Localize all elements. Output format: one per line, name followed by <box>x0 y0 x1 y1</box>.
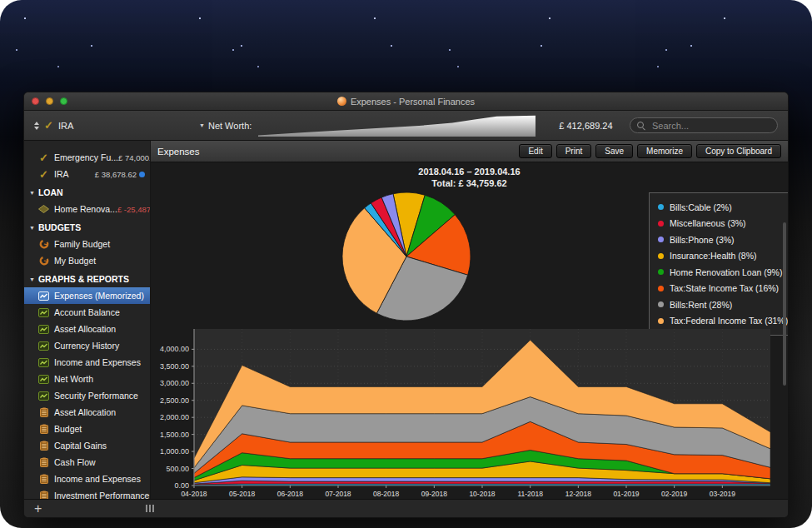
svg-text:2,500.00: 2,500.00 <box>160 396 189 405</box>
svg-text:07-2018: 07-2018 <box>325 490 351 498</box>
sidebar-item-security-performance-graph[interactable]: Security Performance <box>24 387 150 404</box>
sidebar-item-budget-report[interactable]: Budget <box>24 421 150 437</box>
expenses-stacked-area-chart: 0.00500.001,000.001,500.002,000.002,500.… <box>151 327 788 499</box>
sidebar-item-my-budget[interactable]: My Budget <box>24 252 150 269</box>
copy-to-clipboard-button[interactable]: Copy to Clipboard <box>696 144 781 158</box>
sort-icon <box>34 122 39 130</box>
svg-text:12-2018: 12-2018 <box>565 490 591 498</box>
titlebar[interactable]: Expenses - Personal Finances <box>24 92 788 111</box>
svg-text:03-2019: 03-2019 <box>710 490 735 498</box>
sidebar-item-income-and-expenses-graph[interactable]: Income and Expenses <box>24 354 150 371</box>
sidebar-item-currency-history-graph[interactable]: Currency History <box>24 337 150 354</box>
svg-text:3,500.00: 3,500.00 <box>160 362 189 371</box>
report-body: 2018.04.16 – 2019.04.16 Total: £ 34,759.… <box>151 162 788 499</box>
expenses-pie-chart <box>336 186 477 327</box>
graph-icon <box>37 325 50 334</box>
legend-item: Miscellaneous (3%) <box>658 216 783 232</box>
report-icon <box>37 424 50 434</box>
networth-value: £ 412,689.24 <box>559 121 612 131</box>
search-box[interactable] <box>630 117 778 133</box>
graph-icon <box>37 341 50 351</box>
account-selector-label: IRA <box>58 121 73 131</box>
account-balance: £ 74,000.00 <box>118 153 151 162</box>
account-name: IRA <box>54 169 69 179</box>
main-panel: Expenses Edit Print Save Memorize Copy t… <box>151 141 788 499</box>
networth-selector[interactable]: ▼ Net Worth: <box>199 121 252 131</box>
svg-text:08-2018: 08-2018 <box>373 490 399 498</box>
checkmark-icon: ✓ <box>44 120 53 131</box>
svg-text:02-2019: 02-2019 <box>661 490 687 498</box>
window-title: Expenses - Personal Finances <box>351 97 475 107</box>
account-name: Emergency Fu... <box>54 152 118 162</box>
account-name: Home Renova... <box>54 204 117 214</box>
legend-swatch <box>658 221 664 227</box>
sidebar-item-cash-flow-report[interactable]: Cash Flow <box>24 454 150 471</box>
sidebar-resize-grip[interactable] <box>146 505 154 512</box>
svg-text:3,000.00: 3,000.00 <box>160 379 189 387</box>
account-selector[interactable]: ✓ IRA <box>34 120 159 131</box>
print-button[interactable]: Print <box>556 144 592 158</box>
sidebar-item-income-and-expenses-report[interactable]: Income and Expenses <box>24 471 150 487</box>
edit-button[interactable]: Edit <box>519 144 551 158</box>
add-item-button[interactable]: + <box>34 503 42 515</box>
report-header: Expenses Edit Print Save Memorize Copy t… <box>151 141 788 162</box>
close-button[interactable] <box>32 97 39 105</box>
legend-swatch <box>658 318 664 324</box>
report-icon <box>37 407 50 417</box>
content: ✓ Emergency Fu... £ 74,000.00 ✓ IRA £ 38… <box>24 141 788 499</box>
chevron-down-icon: ▼ <box>199 122 205 128</box>
legend-item: Bills:Cable (2%) <box>658 199 783 216</box>
graph-icon <box>37 358 50 367</box>
notification-badge <box>139 172 145 177</box>
svg-text:4,000.00: 4,000.00 <box>160 345 189 353</box>
sidebar-section-graphs-reports[interactable]: ▼ GRAPHS & REPORTS <box>24 271 150 287</box>
sidebar-item-home-renovation-loan[interactable]: Home Renova... £ -25,487.82 <box>24 201 150 217</box>
sidebar-section-budgets[interactable]: ▼ BUDGETS <box>24 219 150 236</box>
svg-text:500.00: 500.00 <box>166 465 189 473</box>
save-button[interactable]: Save <box>595 144 633 158</box>
starfield-wallpaper <box>0 0 812 100</box>
sidebar-item-investment-performance-report[interactable]: Investment Performance <box>24 487 150 499</box>
report-icon <box>37 474 50 484</box>
account-balance: £ 38,678.62 <box>95 170 139 179</box>
minimize-button[interactable] <box>46 97 53 105</box>
sidebar-item-asset-allocation-graph[interactable]: Asset Allocation <box>24 321 150 337</box>
report-icon <box>37 441 50 451</box>
toolbar: ✓ IRA ▼ Net Worth: £ 412,689.24 <box>24 111 788 141</box>
networth-sparkline <box>258 115 536 137</box>
zoom-button[interactable] <box>60 97 67 105</box>
legend-item: Bills:Phone (3%) <box>658 232 783 248</box>
report-title: Expenses <box>157 147 200 157</box>
sidebar-item-capital-gains-report[interactable]: Capital Gains <box>24 437 150 454</box>
sidebar-item-asset-allocation-report[interactable]: Asset Allocation <box>24 404 150 421</box>
memorize-button[interactable]: Memorize <box>637 144 692 158</box>
chevron-down-icon: ▼ <box>29 276 35 282</box>
sidebar-item-net-worth-graph[interactable]: Net Worth <box>24 371 150 387</box>
svg-text:0.00: 0.00 <box>174 481 189 490</box>
app-icon <box>337 97 346 106</box>
sidebar-item-family-budget[interactable]: Family Budget <box>24 236 150 252</box>
sidebar-item-emergency-fund[interactable]: ✓ Emergency Fu... £ 74,000.00 <box>24 149 150 166</box>
vertical-scrollbar[interactable] <box>783 222 786 386</box>
search-input[interactable] <box>650 120 770 132</box>
sidebar-item-expenses-memorized[interactable]: Expenses (Memorized) <box>24 287 150 304</box>
checkmark-icon: ✓ <box>37 169 50 180</box>
networth-label: Net Worth: <box>208 121 252 131</box>
svg-text:05-2018: 05-2018 <box>229 490 255 498</box>
legend-item: Home Renovation Loan (9%) <box>658 264 783 281</box>
sidebar-item-ira[interactable]: ✓ IRA £ 38,678.62 <box>24 166 150 182</box>
sidebar-section-loan[interactable]: ▼ LOAN <box>24 184 150 201</box>
app-window: Expenses - Personal Finances ✓ IRA ▼ Net… <box>23 92 789 518</box>
loan-diamond-icon <box>37 205 50 213</box>
account-balance: £ -25,487.82 <box>117 205 151 214</box>
svg-text:04-2018: 04-2018 <box>181 490 207 498</box>
sidebar-item-account-balance-graph[interactable]: Account Balance <box>24 304 150 321</box>
sidebar: ✓ Emergency Fu... £ 74,000.00 ✓ IRA £ 38… <box>24 141 151 499</box>
legend-item: Bills:Rent (28%) <box>658 296 783 313</box>
legend-swatch <box>658 237 664 242</box>
budget-icon <box>37 256 50 266</box>
svg-text:2,000.00: 2,000.00 <box>160 413 189 421</box>
legend-swatch <box>658 301 664 307</box>
svg-text:1,500.00: 1,500.00 <box>160 431 189 439</box>
legend-swatch <box>658 253 664 259</box>
